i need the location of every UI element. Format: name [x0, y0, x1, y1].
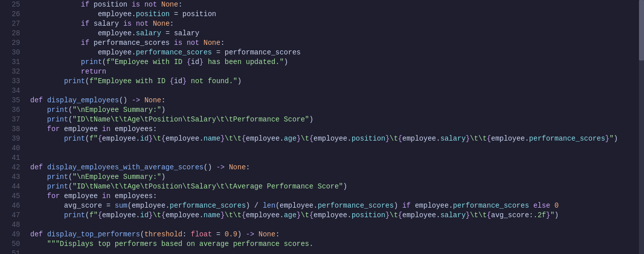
code-line-41 — [30, 153, 644, 163]
code-line-50: """Displays top performers based on aver… — [30, 239, 644, 249]
code-line-47: print(f"{employee.id}\t{employee.name}\t… — [30, 211, 644, 220]
code-line-35: def display_employees() -> None: — [30, 96, 644, 105]
line-num-41: 41 — [0, 153, 26, 163]
line-num-48: 48 — [0, 220, 26, 230]
code-line-43: print("\nEmployee Summary:") — [30, 172, 644, 182]
code-line-38: for employee in employees: — [30, 124, 644, 134]
line-num-36: 36 — [0, 105, 26, 115]
line-num-32: 32 — [0, 67, 26, 77]
line-num-46: 46 — [0, 201, 26, 211]
code-line-25: if position is not None: — [30, 0, 644, 10]
code-line-37: print("ID\tName\t\tAge\tPosition\tSalary… — [30, 115, 644, 124]
code-line-42: def display_employees_with_average_score… — [30, 163, 644, 172]
line-num-28: 28 — [0, 29, 26, 38]
line-num-30: 30 — [0, 48, 26, 57]
line-num-26: 26 — [0, 10, 26, 19]
code-line-26: employee.position = position — [30, 10, 644, 19]
line-num-25: 25 — [0, 0, 26, 10]
code-line-49: def display_top_performers(threshold: fl… — [30, 230, 644, 239]
code-line-45: for employee in employees: — [30, 192, 644, 201]
code-line-36: print("\nEmployee Summary:") — [30, 105, 644, 115]
code-line-34 — [30, 86, 644, 96]
code-line-32: return — [30, 67, 644, 77]
line-num-45: 45 — [0, 192, 26, 201]
code-content[interactable]: if position is not None: employee.positi… — [26, 0, 644, 254]
line-num-27: 27 — [0, 19, 26, 29]
line-num-43: 43 — [0, 172, 26, 182]
code-line-39: print(f"{employee.id}\t{employee.name}\t… — [30, 134, 644, 144]
line-num-37: 37 — [0, 115, 26, 124]
code-line-27: if salary is not None: — [30, 19, 644, 29]
line-num-47: 47 — [0, 211, 26, 220]
code-line-28: employee.salary = salary — [30, 29, 644, 38]
code-line-29: if performance_scores is not None: — [30, 38, 644, 48]
line-num-35: 35 — [0, 96, 26, 105]
vertical-scrollbar[interactable] — [639, 0, 644, 254]
code-line-33: print(f"Employee with ID {id} not found.… — [30, 77, 644, 86]
line-num-44: 44 — [0, 182, 26, 192]
line-num-39: 39 — [0, 134, 26, 144]
code-line-40 — [30, 144, 644, 153]
code-line-30: employee.performance_scores = performanc… — [30, 48, 644, 57]
line-num-42: 42 — [0, 163, 26, 172]
code-line-44: print("ID\tName\t\tAge\tPosition\tSalary… — [30, 182, 644, 192]
code-line-31: print(f"Employee with ID {id} has been u… — [30, 57, 644, 67]
code-line-46: avg_score = sum(employee.performance_sco… — [30, 201, 644, 211]
line-num-33: 33 — [0, 77, 26, 86]
scrollbar-thumb[interactable] — [639, 0, 644, 60]
line-num-29: 29 — [0, 38, 26, 48]
code-editor: 25 26 27 28 29 30 31 32 33 34 35 36 37 3… — [0, 0, 644, 254]
line-numbers: 25 26 27 28 29 30 31 32 33 34 35 36 37 3… — [0, 0, 26, 254]
line-num-40: 40 — [0, 144, 26, 153]
line-num-31: 31 — [0, 57, 26, 67]
code-line-51 — [30, 249, 644, 254]
line-num-38: 38 — [0, 124, 26, 134]
line-num-34: 34 — [0, 86, 26, 96]
line-num-50: 50 — [0, 239, 26, 249]
code-line-48 — [30, 220, 644, 230]
line-num-51: 51 — [0, 249, 26, 254]
line-num-49: 49 — [0, 230, 26, 239]
